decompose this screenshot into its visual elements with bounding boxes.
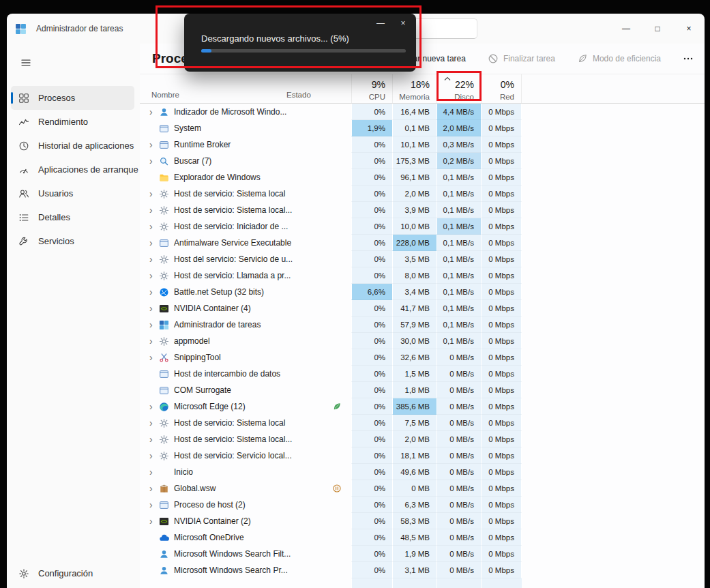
column-header-estado[interactable]: Estado bbox=[286, 91, 311, 99]
network-value: 0 Mbps bbox=[481, 349, 522, 366]
sidebar-item-historial-de-aplicaciones[interactable]: Historial de aplicaciones bbox=[11, 134, 134, 158]
process-row[interactable]: ›Antimalware Service Executable0%228,0 M… bbox=[140, 235, 705, 251]
toast-close-button[interactable]: × bbox=[397, 17, 409, 29]
minimize-button[interactable]: — bbox=[610, 14, 642, 44]
process-row[interactable]: ›Global.wsw0%0 MB0 MB/s0 Mbps bbox=[140, 480, 705, 497]
process-row[interactable]: ›Host del servicio: Servicio de u...0%3,… bbox=[140, 251, 705, 267]
sidebar-item-usuarios[interactable]: Usuarios bbox=[11, 181, 134, 205]
disk-value: 0,1 MB/s bbox=[437, 300, 481, 317]
process-row[interactable]: ›Host de servicio: Iniciador de ...0%10,… bbox=[140, 218, 705, 235]
cpu-value: 0% bbox=[351, 300, 392, 317]
process-row[interactable]: ›SnippingTool0%32,6 MB0 MB/s0 Mbps bbox=[140, 349, 705, 366]
expand-chevron-icon[interactable]: › bbox=[149, 287, 159, 297]
expand-chevron-icon[interactable]: › bbox=[149, 140, 159, 149]
process-row[interactable]: ›Host de servicio: Llamada a pr...0%8,0 … bbox=[140, 267, 705, 284]
expand-chevron-icon[interactable]: › bbox=[149, 467, 159, 477]
sidebar-item-detalles[interactable]: Detalles bbox=[11, 205, 134, 229]
end-task-button[interactable]: Finalizar tarea bbox=[488, 53, 555, 64]
process-name-cell: ›Inicio bbox=[140, 464, 286, 480]
disk-value: 0,1 MB/s bbox=[437, 202, 481, 218]
sidebar-item-servicios[interactable]: Servicios bbox=[11, 229, 134, 253]
column-header-cpu[interactable]: 9%CPU bbox=[351, 74, 392, 103]
process-row[interactable]: ›Host de servicio: Sistema local...0%2,0… bbox=[140, 431, 705, 447]
expand-chevron-icon[interactable]: › bbox=[149, 451, 159, 460]
sidebar-item-label: Rendimiento bbox=[38, 117, 88, 127]
process-row[interactable]: ›Buscar (7)0%175,3 MB0,2 MB/s0 Mbps bbox=[140, 153, 705, 169]
sidebar-item-aplicaciones-de-arranque[interactable]: Aplicaciones de arranque bbox=[11, 158, 134, 181]
expand-chevron-icon[interactable]: › bbox=[149, 500, 159, 510]
expand-chevron-icon[interactable]: › bbox=[149, 156, 159, 166]
status-cell bbox=[286, 431, 351, 447]
expand-chevron-icon[interactable]: › bbox=[149, 435, 159, 444]
process-row[interactable]: ›Battle.net Setup (32 bits)6,6%3,4 MB0,1… bbox=[140, 284, 705, 300]
process-row[interactable]: ›Administrador de tareas0%57,9 MB0,1 MB/… bbox=[140, 317, 705, 333]
process-row[interactable]: ›NVIDIA Container (2)0%58,3 MB0 MB/s0 Mb… bbox=[140, 513, 705, 529]
process-row[interactable]: ›Host de servicio: Sistema local0%7,5 MB… bbox=[140, 415, 705, 431]
process-row[interactable]: Microsoft Windows Search Pr...0%3,1 MB0 … bbox=[140, 562, 705, 578]
expand-chevron-icon[interactable]: › bbox=[149, 353, 159, 362]
column-label: Memoria bbox=[393, 93, 430, 101]
expand-chevron-icon[interactable]: › bbox=[149, 222, 159, 231]
close-button[interactable]: × bbox=[673, 14, 705, 44]
process-row[interactable]: COM Surrogate0%1,8 MB0 MB/s0 Mbps bbox=[140, 382, 705, 398]
process-row[interactable]: Host de intercambio de datos0%1,5 MB0 MB… bbox=[140, 366, 705, 382]
process-row[interactable]: ›NVIDIA Container (4)0%41,7 MB0,1 MB/s0 … bbox=[140, 300, 705, 317]
expand-chevron-icon[interactable]: › bbox=[149, 107, 159, 117]
sidebar-item-rendimiento[interactable]: Rendimiento bbox=[11, 110, 134, 134]
column-header-memoria[interactable]: 18%Memoria bbox=[392, 74, 437, 103]
expand-chevron-icon[interactable]: › bbox=[149, 402, 159, 411]
sidebar-item-configuracion[interactable]: Configuración bbox=[11, 561, 134, 585]
expand-chevron-icon[interactable]: › bbox=[149, 205, 159, 215]
process-name-cell: ›SnippingTool bbox=[140, 349, 286, 366]
process-row[interactable]: Explorador de Windows0%96,1 MB0,1 MB/s0 … bbox=[140, 169, 705, 186]
edge-icon bbox=[159, 402, 169, 412]
process-row[interactable]: System1,9%0,1 MB2,0 MB/s0 Mbps bbox=[140, 120, 705, 136]
expand-chevron-icon[interactable]: › bbox=[149, 254, 159, 264]
process-row[interactable]: ›Host de servicio: Sistema local...0%3,9… bbox=[140, 202, 705, 218]
expand-chevron-icon[interactable]: › bbox=[149, 238, 159, 248]
expand-chevron-icon[interactable]: › bbox=[149, 304, 159, 313]
expand-chevron-icon[interactable]: › bbox=[149, 516, 159, 526]
sort-ascending-icon bbox=[444, 76, 451, 81]
process-row[interactable]: ›Microsoft Edge (12)0%385,6 MB0 MB/s0 Mb… bbox=[140, 398, 705, 415]
expand-chevron-icon[interactable]: › bbox=[149, 320, 159, 329]
maximize-button[interactable]: □ bbox=[642, 14, 673, 44]
task-manager-icon bbox=[159, 320, 169, 330]
sidebar-item-procesos[interactable]: Procesos bbox=[11, 86, 134, 110]
memory-value: 3,9 MB bbox=[392, 202, 437, 218]
process-row[interactable]: ›Host de servicio: Servicio local...0%18… bbox=[140, 447, 705, 464]
expand-chevron-icon[interactable]: › bbox=[149, 418, 159, 428]
more-options-button[interactable] bbox=[683, 53, 694, 64]
process-row[interactable]: ›Indizador de Microsoft Windo...0%16,4 M… bbox=[140, 104, 705, 120]
process-row[interactable]: Microsoft OneDrive0%48,5 MB0 MB/s0 Mbps bbox=[140, 529, 705, 546]
process-row[interactable]: ›Inicio0%49,6 MB0 MB/s0 Mbps bbox=[140, 464, 705, 480]
toast-minimize-button[interactable]: — bbox=[374, 17, 387, 29]
process-name-cell: ›NVIDIA Container (4) bbox=[140, 300, 286, 317]
person-icon bbox=[159, 549, 169, 559]
settings-icon bbox=[18, 568, 29, 579]
cpu-value: 6,6% bbox=[351, 284, 392, 300]
column-header-nombre[interactable]: Nombre bbox=[151, 91, 179, 99]
expand-chevron-icon[interactable]: › bbox=[149, 484, 159, 493]
column-header-disco[interactable]: 22%Disco bbox=[437, 74, 481, 103]
person-icon bbox=[159, 107, 169, 117]
disk-value: 0,3 MB/s bbox=[437, 136, 481, 153]
memory-value: 10,0 MB bbox=[392, 218, 437, 235]
process-row[interactable]: ›appmodel0%30,0 MB0,1 MB/s0 Mbps bbox=[140, 333, 705, 349]
expand-chevron-icon[interactable]: › bbox=[149, 271, 159, 280]
process-row[interactable]: ›Proceso de host (2)0%6,3 MB0 MB/s0 Mbps bbox=[140, 497, 705, 513]
disk-value: 0,1 MB/s bbox=[437, 267, 481, 284]
nvidia-icon bbox=[159, 304, 169, 314]
expand-chevron-icon[interactable]: › bbox=[149, 189, 159, 199]
process-row[interactable]: ›Runtime Broker0%10,1 MB0,3 MB/s0 Mbps bbox=[140, 136, 705, 153]
disk-value: 0 MB/s bbox=[437, 464, 481, 480]
process-row[interactable]: ›Host de servicio: Sistema local0%2,0 MB… bbox=[140, 186, 705, 202]
status-cell bbox=[286, 529, 351, 546]
process-row[interactable]: Microsoft Windows Search Filt...0%1,9 MB… bbox=[140, 546, 705, 562]
startup-icon bbox=[18, 164, 29, 175]
column-header-red[interactable]: 0%Red bbox=[481, 74, 522, 103]
process-name-cell: Microsoft Windows Search Filt... bbox=[140, 546, 286, 562]
expand-chevron-icon[interactable]: › bbox=[149, 336, 159, 346]
efficiency-mode-button[interactable]: Modo de eficiencia bbox=[577, 53, 661, 64]
hamburger-menu-button[interactable] bbox=[14, 52, 38, 74]
